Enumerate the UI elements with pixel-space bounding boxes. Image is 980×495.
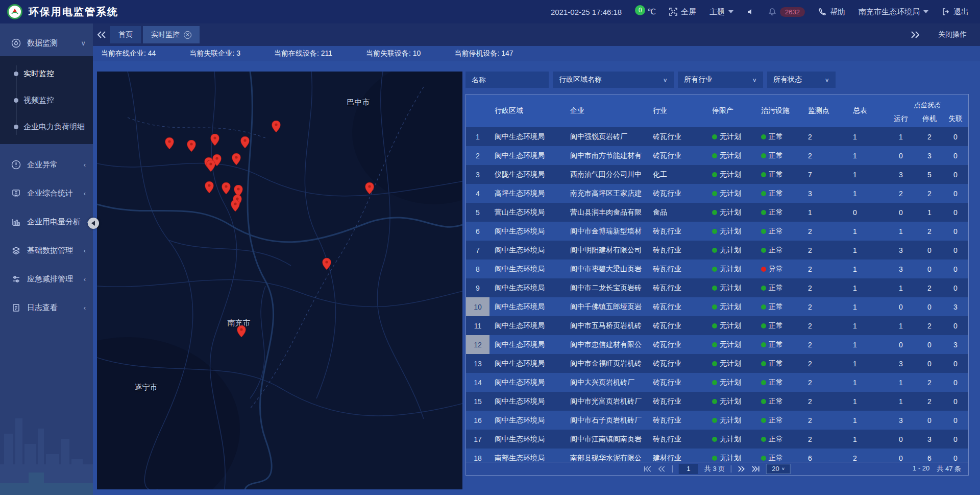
row-index: 9: [466, 278, 489, 297]
org-menu[interactable]: 南充市生态环境局: [859, 7, 928, 17]
row-index: 11: [466, 316, 489, 335]
cell-lost-count: 0: [944, 284, 967, 292]
table-row[interactable]: 9 阆中生态环境局 阆中市二龙长宝页岩砖 砖瓦行业 无计划 正常 2 1 1 2…: [466, 278, 968, 297]
sidebar-item-power-analysis[interactable]: 企业用电量分析 ‹: [0, 207, 93, 236]
app-title: 环保用电监管系统: [29, 5, 118, 19]
header-right: 2021-02-25 17:46:18 0 ℃ 全屏 主题 2632: [551, 7, 980, 17]
cell-facility-status: 正常: [756, 208, 803, 217]
cell-facility-status: 正常: [756, 416, 803, 425]
region-select[interactable]: 行政区域名称 ∨: [553, 72, 674, 88]
col-header-monitor: 监测点: [803, 95, 848, 127]
map-pin[interactable]: [211, 134, 219, 146]
table-row[interactable]: 3 仪陇生态环境局 西南油气田分公司川中 化工 无计划 正常 7 1 3 5 0: [466, 165, 968, 184]
cell-monitor-count: 2: [803, 322, 848, 330]
page-number-input[interactable]: 1: [679, 464, 698, 474]
map-pin[interactable]: [187, 140, 196, 152]
map-pin[interactable]: [207, 160, 215, 172]
cell-run-count: 0: [887, 152, 915, 160]
table-row[interactable]: 8 阆中生态环境局 阆中市枣碧大梁山页岩 砖瓦行业 无计划 异常 2 1 3 0…: [466, 260, 968, 278]
table-row[interactable]: 15 阆中生态环境局 阆中市光富页岩机砖厂 砖瓦行业 无计划 正常 2 1 1 …: [466, 392, 968, 411]
theme-menu[interactable]: 主题: [709, 7, 733, 17]
map-pin[interactable]: [241, 136, 250, 148]
next-page-button[interactable]: [738, 466, 746, 472]
first-page-button[interactable]: [644, 466, 652, 472]
table-row[interactable]: 5 营山生态环境局 营山县润丰肉食品有限 食品 无计划 正常 1 0 0 1 0: [466, 203, 968, 222]
map-pin[interactable]: [222, 182, 231, 194]
page-size-select[interactable]: 20 ∨: [766, 464, 791, 474]
sidebar-item-basic-data[interactable]: 基础数据管理 ‹: [0, 236, 93, 265]
status-select[interactable]: 所有状态 ∨: [767, 72, 836, 88]
cell-industry: 砖瓦行业: [648, 284, 707, 293]
notifications[interactable]: 2632: [768, 7, 805, 17]
cell-halt-count: 2: [915, 379, 944, 387]
cell-stop-status: 无计划: [707, 189, 756, 198]
sidebar-item-emergency-reduction[interactable]: 应急减排管理 ‹: [0, 265, 93, 293]
table-row[interactable]: 14 阆中生态环境局 阆中大兴页岩机砖厂 砖瓦行业 无计划 正常 2 1 1 2…: [466, 373, 968, 392]
table-row[interactable]: 6 阆中生态环境局 阆中市金博瑞新型墙材 砖瓦行业 无计划 正常 2 1 1 2…: [466, 222, 968, 241]
table-row[interactable]: 1 阆中生态环境局 阆中强锐页岩砖厂 砖瓦行业 无计划 正常 2 1 1 2 0: [466, 127, 968, 146]
tabs-scroll-right-button[interactable]: [906, 31, 924, 38]
table-row[interactable]: 2 阆中生态环境局 阆中市南方节能建材有 砖瓦行业 无计划 正常 2 1 0 3…: [466, 146, 968, 165]
cell-run-count: 1: [887, 397, 915, 406]
map-pin[interactable]: [237, 325, 246, 337]
cell-stop-status: 无计划: [707, 302, 756, 312]
sidebar-item-company-statistics[interactable]: 企业综合统计 ‹: [0, 179, 93, 207]
cell-meter-count: 1: [848, 133, 887, 141]
map-pin[interactable]: [323, 258, 331, 270]
map-pin[interactable]: [205, 181, 214, 193]
table-row[interactable]: 12 阆中生态环境局 阆中市忠信建材有限公 砖瓦行业 无计划 正常 2 1 0 …: [466, 335, 968, 354]
map-pin[interactable]: [272, 121, 281, 132]
cell-lost-count: 0: [944, 322, 967, 330]
sidebar-item-video-monitoring[interactable]: 视频监控: [0, 87, 93, 113]
table-row[interactable]: 16 阆中生态环境局 阆中市石子页岩机砖厂 砖瓦行业 无计划 正常 2 1 3 …: [466, 411, 968, 430]
name-search-input[interactable]: [465, 72, 549, 88]
row-index: 13: [466, 354, 489, 373]
tabs-scroll-left-button[interactable]: [93, 31, 110, 38]
help-button[interactable]: 帮助: [818, 7, 845, 17]
table-row[interactable]: 7 阆中生态环境局 阆中明阳建材有限公司 砖瓦行业 无计划 正常 2 1 3 0…: [466, 241, 968, 260]
col-header-industry: 行业: [648, 95, 707, 127]
col-header-lost: 失联: [944, 111, 967, 127]
tab-realtime-monitoring[interactable]: 实时监控 ✕: [143, 26, 200, 43]
chevron-down-icon: ∨: [81, 39, 86, 47]
cell-monitor-count: 2: [803, 435, 848, 443]
sidebar-item-log-view[interactable]: 日志查看 ‹: [0, 293, 93, 322]
table-row[interactable]: 17 阆中生态环境局 阆中市江南镇阆南页岩 砖瓦行业 无计划 正常 2 1 0 …: [466, 430, 968, 449]
close-tab-icon[interactable]: ✕: [184, 31, 191, 39]
cell-region: 阆中生态环境局: [489, 435, 565, 444]
table-row[interactable]: 11 阆中生态环境局 阆中市五马桥页岩机砖 砖瓦行业 无计划 正常 2 1 1 …: [466, 316, 968, 335]
map-pin[interactable]: [231, 200, 240, 211]
last-page-button[interactable]: [752, 466, 760, 472]
collapse-panel-button[interactable]: [88, 218, 99, 229]
status-dot-icon: [712, 267, 717, 272]
industry-select[interactable]: 所有行业 ∨: [678, 72, 763, 88]
close-operations-button[interactable]: 关闭操作: [938, 30, 967, 39]
table-row[interactable]: 18 南部生态环境局 南部县砚华水泥有限公 建材行业 无计划 正常 6 2 0 …: [466, 449, 968, 462]
table-row[interactable]: 13 阆中生态环境局 阆中市金福旺页岩机砖 砖瓦行业 无计划 正常 2 1 3 …: [466, 354, 968, 373]
sidebar-item-data-monitoring[interactable]: 数据监测 ∨: [0, 30, 93, 56]
previous-page-button[interactable]: [658, 466, 666, 472]
status-dot-icon: [712, 399, 717, 404]
cell-meter-count: 1: [848, 435, 887, 443]
table-row[interactable]: 4 高坪生态环境局 南充市高坪区王家店建 砖瓦行业 无计划 正常 3 1 2 2…: [466, 184, 968, 203]
cell-facility-status: 正常: [756, 397, 803, 406]
sidebar-item-power-load-detail[interactable]: 企业电力负荷明细: [0, 113, 93, 140]
map-pin[interactable]: [165, 137, 174, 149]
map[interactable]: 巴中市南充市遂宁市: [97, 72, 462, 489]
cell-company: 阆中市石子页岩机砖厂: [565, 416, 648, 425]
map-city-label: 遂宁市: [135, 383, 158, 392]
chevron-down-icon: ∨: [781, 466, 785, 471]
map-pin[interactable]: [232, 153, 241, 165]
mute-button[interactable]: [747, 8, 755, 16]
cell-meter-count: 1: [848, 171, 887, 179]
sidebar-item-company-abnormal[interactable]: 企业异常 ‹: [0, 150, 93, 179]
cell-stop-status: 无计划: [707, 435, 756, 444]
logout-button[interactable]: 退出: [942, 7, 969, 17]
cell-facility-status: 正常: [756, 132, 803, 142]
sidebar-item-realtime-monitoring[interactable]: 实时监控: [0, 60, 93, 87]
table-row[interactable]: 10 阆中生态环境局 阆中千佛镇五郎垭页岩 砖瓦行业 无计划 正常 2 1 0 …: [466, 297, 968, 316]
cell-halt-count: 0: [915, 265, 944, 273]
map-pin[interactable]: [365, 182, 374, 194]
fullscreen-button[interactable]: 全屏: [669, 7, 696, 17]
tab-home[interactable]: 首页: [110, 26, 141, 43]
